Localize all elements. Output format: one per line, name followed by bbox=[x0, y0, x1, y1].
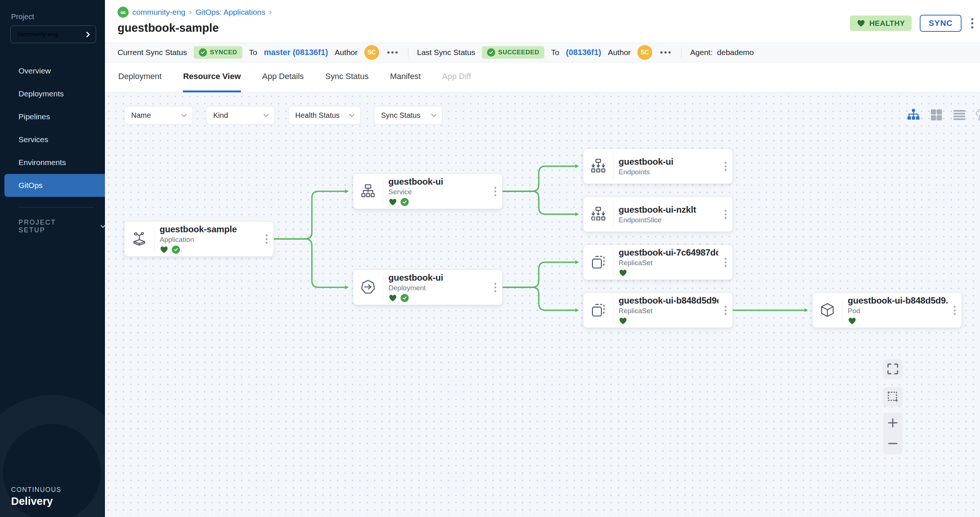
page-header: ∞ community-eng › GitOps: Applications ›… bbox=[105, 0, 980, 43]
list-view-icon[interactable] bbox=[952, 108, 967, 122]
chevron-down-icon bbox=[181, 111, 187, 117]
node-application[interactable]: guestbook-sample Application bbox=[124, 221, 274, 257]
synced-badge: SYNCED bbox=[194, 46, 242, 59]
node-title: guestbook-sample bbox=[160, 224, 259, 235]
node-menu-button[interactable] bbox=[718, 162, 732, 171]
healthy-heart-icon bbox=[619, 317, 627, 325]
name-filter-dropdown[interactable]: Name bbox=[124, 106, 193, 124]
commit-details-button[interactable] bbox=[659, 50, 672, 55]
application-icon bbox=[124, 230, 154, 247]
sync-button[interactable]: SYNC bbox=[920, 15, 961, 32]
chevron-down-icon bbox=[349, 111, 355, 117]
node-deployment[interactable]: guestbook-ui Deployment bbox=[353, 270, 503, 305]
pod-icon bbox=[813, 302, 842, 319]
sync-status-filter-dropdown[interactable]: Sync Status bbox=[374, 106, 443, 124]
node-title: guestbook-ui bbox=[388, 273, 488, 283]
node-menu-button[interactable] bbox=[718, 258, 732, 267]
author-avatar: SC bbox=[638, 45, 652, 60]
node-menu-button[interactable] bbox=[259, 235, 274, 244]
fullscreen-icon bbox=[886, 363, 899, 375]
zoom-in-button[interactable] bbox=[883, 413, 902, 433]
breadcrumb-separator: › bbox=[189, 7, 192, 17]
kind-filter-dropdown[interactable]: Kind bbox=[206, 106, 275, 124]
more-options-button[interactable] bbox=[970, 17, 975, 30]
sidebar-item-environments[interactable]: Environments bbox=[0, 151, 105, 174]
tab-deployment[interactable]: Deployment bbox=[118, 62, 161, 92]
to-label: To bbox=[249, 48, 257, 57]
breadcrumb-project-link[interactable]: community-eng bbox=[132, 8, 186, 17]
node-menu-button[interactable] bbox=[488, 187, 502, 196]
node-kind: Deployment bbox=[388, 284, 488, 292]
heart-icon bbox=[857, 19, 865, 28]
project-selector[interactable]: community-eng bbox=[10, 25, 96, 43]
project-setup-toggle[interactable]: PROJECT SETUP bbox=[19, 219, 105, 234]
header-actions: HEALTHY SYNC bbox=[850, 15, 975, 32]
node-menu-button[interactable] bbox=[718, 306, 732, 315]
health-status-badge: HEALTHY bbox=[850, 16, 911, 31]
node-pod[interactable]: guestbook-ui-b848d5d9... Pod bbox=[812, 292, 962, 328]
node-kind: Endpoints bbox=[619, 168, 718, 176]
node-menu-button[interactable] bbox=[718, 210, 732, 219]
module-brand: CONTINUOUS Delivery bbox=[11, 486, 61, 507]
check-circle-icon bbox=[199, 48, 207, 57]
tab-sync-status[interactable]: Sync Status bbox=[325, 62, 368, 92]
sidebar-divider bbox=[19, 207, 94, 208]
tree-view-icon[interactable] bbox=[906, 108, 921, 122]
tab-manifest[interactable]: Manifest bbox=[390, 62, 420, 92]
health-status-filter-dropdown[interactable]: Health Status bbox=[288, 106, 361, 124]
sidebar-item-deployments[interactable]: Deployments bbox=[0, 82, 105, 105]
last-sync-label: Last Sync Status bbox=[417, 48, 476, 57]
node-title: guestbook-ui-7c64987dc9 bbox=[619, 247, 718, 258]
sidebar-item-overview[interactable]: Overview bbox=[0, 59, 105, 82]
commit-details-button[interactable] bbox=[386, 50, 399, 55]
current-target-revision-link[interactable]: master (08136f1) bbox=[264, 48, 328, 57]
node-title: guestbook-ui-b848d5d9... bbox=[848, 295, 948, 306]
node-menu-button[interactable] bbox=[948, 306, 961, 315]
node-service[interactable]: guestbook-ui Service bbox=[353, 174, 503, 209]
node-replicaset-1[interactable]: guestbook-ui-7c64987dc9 ReplicaSet bbox=[583, 244, 733, 280]
project-label: Project bbox=[11, 13, 105, 21]
tab-app-diff: App Diff bbox=[442, 62, 471, 92]
healthy-heart-icon bbox=[160, 245, 169, 254]
node-kind: ReplicaSet bbox=[619, 259, 718, 267]
tab-app-details[interactable]: App Details bbox=[262, 62, 304, 92]
grid-view-icon[interactable] bbox=[929, 108, 944, 122]
sidebar-item-gitops[interactable]: GitOps bbox=[5, 174, 105, 197]
endpoints-icon bbox=[584, 158, 613, 174]
main-content: ∞ community-eng › GitOps: Applications ›… bbox=[105, 0, 980, 517]
chevron-down-icon bbox=[264, 111, 269, 117]
tab-bar: Deployment Resource View App Details Syn… bbox=[105, 62, 980, 93]
filter-bar: Name Kind Health Status Sync Status bbox=[124, 106, 443, 124]
author-label: Author bbox=[608, 48, 631, 57]
chevron-right-icon bbox=[84, 32, 90, 37]
fullscreen-button[interactable] bbox=[883, 359, 902, 379]
author-avatar: SC bbox=[364, 45, 379, 60]
node-kind: EndpointSlice bbox=[619, 216, 718, 224]
node-replicaset-2[interactable]: guestbook-ui-b848d5d9d ReplicaSet bbox=[583, 292, 733, 328]
marquee-select-button[interactable] bbox=[883, 387, 902, 406]
view-mode-switcher bbox=[906, 108, 980, 122]
sidebar: Project community-eng Overview Deploymen… bbox=[0, 0, 105, 517]
agent-value: debademo bbox=[717, 48, 754, 57]
node-kind: ReplicaSet bbox=[619, 307, 718, 315]
node-endpoints[interactable]: guestbook-ui Endpoints bbox=[583, 149, 733, 184]
healthy-heart-icon bbox=[388, 293, 397, 303]
cloud-network-icon[interactable] bbox=[975, 108, 980, 122]
node-kind: Service bbox=[388, 188, 488, 196]
check-circle-icon bbox=[487, 48, 495, 57]
minus-icon bbox=[887, 438, 899, 449]
tab-resource-view[interactable]: Resource View bbox=[183, 62, 240, 92]
sidebar-item-pipelines[interactable]: Pipelines bbox=[0, 105, 105, 128]
sidebar-item-services[interactable]: Services bbox=[0, 128, 105, 151]
last-target-revision-link[interactable]: (08136f1) bbox=[566, 48, 601, 57]
agent-info: Agent: debademo bbox=[690, 48, 754, 57]
synced-check-icon bbox=[172, 246, 180, 254]
breadcrumb-separator: › bbox=[269, 7, 272, 17]
replicaset-icon bbox=[584, 254, 613, 271]
breadcrumb-applications-link[interactable]: GitOps: Applications bbox=[196, 8, 265, 17]
node-menu-button[interactable] bbox=[488, 283, 502, 292]
divider bbox=[681, 47, 681, 58]
resource-tree-canvas[interactable]: Name Kind Health Status Sync Status bbox=[105, 93, 980, 517]
zoom-out-button[interactable] bbox=[883, 434, 902, 453]
node-endpointslice[interactable]: guestbook-ui-nzklt EndpointSlice bbox=[583, 197, 733, 232]
